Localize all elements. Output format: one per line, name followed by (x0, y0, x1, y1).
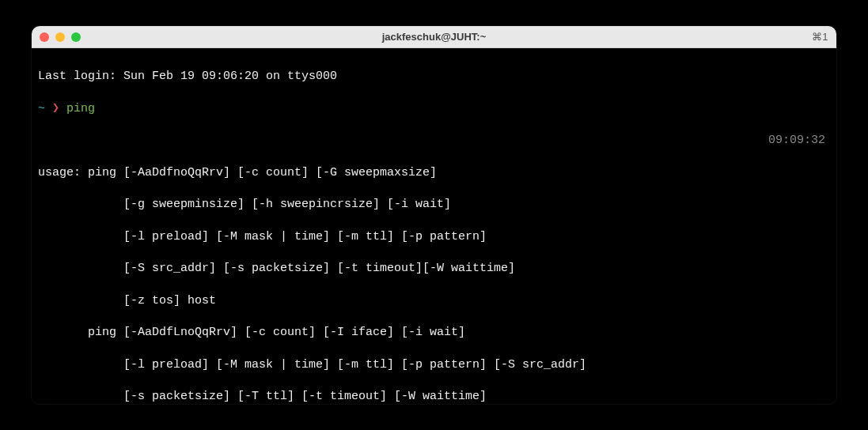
traffic-lights (40, 32, 81, 42)
terminal-window: jackfeschuk@JUHT:~ ⌘1 Last login: Sun Fe… (32, 26, 836, 404)
output-line: [-g sweepminsize] [-h sweepincrsize] [-i… (38, 197, 830, 213)
prompt-path: ~ (38, 102, 45, 115)
minimize-icon[interactable] (55, 32, 65, 42)
titlebar[interactable]: jackfeschuk@JUHT:~ ⌘1 (32, 26, 836, 48)
output-line: [-l preload] [-M mask | time] [-m ttl] [… (38, 229, 830, 245)
timestamp-line-1: 09:09:32 (38, 133, 830, 149)
prompt-glyph: ❯ (52, 102, 59, 115)
window-title: jackfeschuk@JUHT:~ (382, 31, 487, 43)
terminal-body[interactable]: Last login: Sun Feb 19 09:06:20 on ttys0… (32, 48, 836, 404)
prompt-line-1: ~ ❯ ping (38, 101, 830, 117)
command-text: ping (66, 102, 95, 115)
timestamp-1: 09:09:32 (768, 133, 825, 149)
maximize-icon[interactable] (71, 32, 81, 42)
output-line: ping [-AaDdfLnoQqRrv] [-c count] [-I ifa… (38, 325, 830, 341)
close-icon[interactable] (40, 32, 49, 42)
output-line: [-s packetsize] [-T ttl] [-t timeout] [-… (38, 389, 830, 404)
window-indicator: ⌘1 (812, 31, 828, 43)
last-login-line: Last login: Sun Feb 19 09:06:20 on ttys0… (38, 69, 830, 85)
output-line: [-z tos] host (38, 293, 830, 309)
output-line: usage: ping [-AaDdfnoQqRrv] [-c count] [… (38, 165, 830, 181)
output-line: [-l preload] [-M mask | time] [-m ttl] [… (38, 357, 830, 373)
output-line: [-S src_addr] [-s packetsize] [-t timeou… (38, 261, 830, 277)
